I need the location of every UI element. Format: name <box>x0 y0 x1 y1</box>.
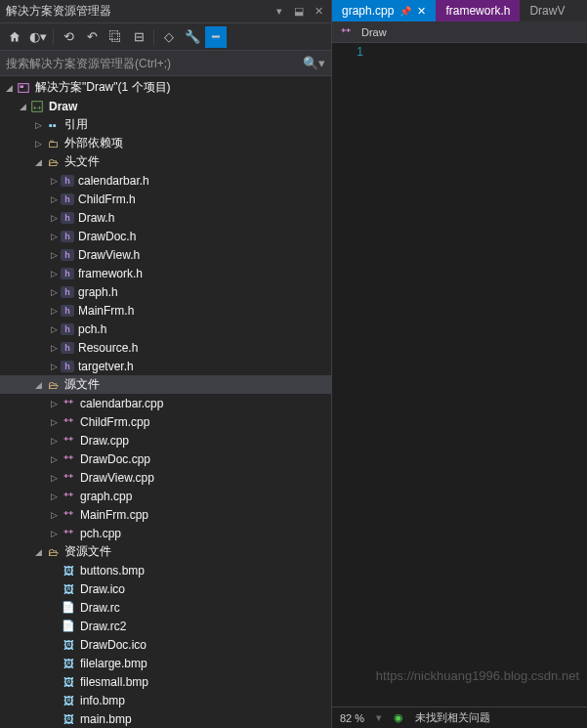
expander-icon[interactable] <box>47 564 61 578</box>
search-icon[interactable]: 🔍▾ <box>303 56 325 70</box>
expander-icon[interactable]: ▷ <box>47 267 61 280</box>
file-node[interactable]: ▷⁺⁺MainFrm.cpp <box>0 505 331 524</box>
wrench-active-icon[interactable]: ━ <box>205 26 227 48</box>
file-node[interactable]: ▷⁺⁺graph.cpp <box>0 487 331 505</box>
references-node[interactable]: ▷ ▪▪ 引用 <box>0 115 331 134</box>
back-icon[interactable]: ↶ <box>81 26 103 48</box>
sources-folder[interactable]: ◢ 🗁 源文件 <box>0 375 331 394</box>
file-node[interactable]: ▷hDrawView.h <box>0 245 331 264</box>
expander-icon[interactable]: ◢ <box>31 155 45 169</box>
file-icon: h <box>61 286 74 298</box>
expander-icon[interactable]: ◢ <box>16 100 29 113</box>
expander-icon[interactable]: ▷ <box>47 285 61 299</box>
expander-icon[interactable]: ▷ <box>47 211 61 225</box>
expander-icon[interactable]: ▷ <box>47 360 61 373</box>
solution-tree[interactable]: ◢ 解决方案"Draw"(1 个项目) ◢ ++ Draw ▷ ▪▪ 引用 ▷ … <box>0 76 331 728</box>
tab-framework-h[interactable]: framework.h <box>436 0 520 21</box>
file-node[interactable]: ▷hMainFrm.h <box>0 301 331 320</box>
pin-icon[interactable]: ⬓ <box>292 5 306 19</box>
tab-drawv[interactable]: DrawV <box>520 0 574 21</box>
close-icon[interactable]: ✕ <box>312 5 325 19</box>
code-editor[interactable]: 1 https://nickhuang1996.blog.csdn.net <box>332 43 587 707</box>
nav-bar[interactable]: ⁺⁺ Draw <box>332 21 587 43</box>
headers-folder[interactable]: ◢ 🗁 头文件 <box>0 152 331 171</box>
history-icon[interactable]: ◐▾ <box>27 26 49 48</box>
file-node[interactable]: ▷⁺⁺calendarbar.cpp <box>0 394 331 412</box>
file-node[interactable]: ▷⁺⁺DrawDoc.cpp <box>0 450 331 468</box>
expander-icon[interactable] <box>47 694 61 707</box>
expander-icon[interactable]: ▷ <box>47 527 61 540</box>
resources-folder[interactable]: ◢ 🗁 资源文件 <box>0 542 331 561</box>
expander-icon[interactable] <box>47 638 61 652</box>
expander-icon[interactable]: ▷ <box>47 341 61 355</box>
close-icon[interactable]: ✕ <box>417 5 426 18</box>
file-node[interactable]: 🖼main.bmp <box>0 709 331 728</box>
file-node[interactable]: 📄Draw.rc2 <box>0 617 331 635</box>
expander-icon[interactable]: ▷ <box>31 137 45 150</box>
project-node[interactable]: ◢ ++ Draw <box>0 97 331 115</box>
file-node[interactable]: 🖼DrawDoc.ico <box>0 635 331 654</box>
properties-icon[interactable]: 🔧 <box>182 26 203 48</box>
expander-icon[interactable]: ▷ <box>47 508 61 522</box>
expander-icon[interactable]: ▷ <box>47 434 61 448</box>
expander-icon[interactable] <box>47 712 61 726</box>
file-node[interactable]: ▷⁺⁺Draw.cpp <box>0 431 331 450</box>
expander-icon[interactable] <box>47 657 61 670</box>
file-label: Draw.rc2 <box>80 620 126 633</box>
expander-icon[interactable]: ▷ <box>47 304 61 318</box>
expander-icon[interactable]: ◢ <box>31 545 45 559</box>
showall-icon[interactable]: ⿻ <box>105 26 126 48</box>
tab-graph-cpp[interactable]: graph.cpp 📌 ✕ <box>332 0 436 21</box>
expander-icon[interactable]: ◢ <box>2 81 16 95</box>
expander-icon[interactable]: ▷ <box>47 471 61 485</box>
expander-icon[interactable] <box>47 582 61 596</box>
home-icon[interactable] <box>4 26 25 48</box>
expander-icon[interactable]: ▷ <box>47 322 61 336</box>
expander-icon[interactable]: ◢ <box>31 378 45 392</box>
expander-icon[interactable] <box>47 601 61 615</box>
issues-text[interactable]: 未找到相关问题 <box>415 710 490 725</box>
preview-icon[interactable]: ◇ <box>158 26 180 48</box>
file-node[interactable]: 🖼buttons.bmp <box>0 561 331 579</box>
zoom-level[interactable]: 82 % <box>340 712 364 724</box>
expander-icon[interactable]: ▷ <box>47 397 61 410</box>
solution-node[interactable]: ◢ 解决方案"Draw"(1 个项目) <box>0 78 331 97</box>
file-node[interactable]: 🖼Draw.ico <box>0 579 331 598</box>
collapse-icon[interactable]: ⊟ <box>128 26 149 48</box>
file-label: DrawDoc.cpp <box>80 452 150 466</box>
code-area[interactable] <box>371 43 587 707</box>
file-node[interactable]: ▷hChildFrm.h <box>0 190 331 208</box>
file-node[interactable]: ▷hDrawDoc.h <box>0 227 331 245</box>
dropdown-icon[interactable]: ▾ <box>273 5 286 19</box>
file-label: framework.h <box>78 267 143 280</box>
file-node[interactable]: ▷hcalendarbar.h <box>0 171 331 190</box>
file-node[interactable]: ▷hDraw.h <box>0 208 331 227</box>
file-node[interactable]: ▷htargetver.h <box>0 357 331 375</box>
file-node[interactable]: ▷⁺⁺pch.cpp <box>0 524 331 542</box>
pin-icon[interactable]: 📌 <box>399 6 411 17</box>
file-node[interactable]: 🖼filelarge.bmp <box>0 654 331 672</box>
expander-icon[interactable]: ▷ <box>47 230 61 243</box>
file-node[interactable]: ▷hgraph.h <box>0 282 331 301</box>
expander-icon[interactable] <box>47 675 61 689</box>
expander-icon[interactable]: ▷ <box>47 490 61 503</box>
expander-icon[interactable] <box>47 620 61 633</box>
file-node[interactable]: 🖼filesmall.bmp <box>0 672 331 691</box>
expander-icon[interactable]: ▷ <box>47 452 61 466</box>
external-deps-node[interactable]: ▷ 🗀 外部依赖项 <box>0 134 331 152</box>
sync-icon[interactable]: ⟲ <box>58 26 79 48</box>
expander-icon[interactable]: ▷ <box>47 415 61 429</box>
file-node[interactable]: 📄Draw.rc <box>0 598 331 617</box>
search-input[interactable] <box>6 57 303 70</box>
expander-icon[interactable]: ▷ <box>47 248 61 262</box>
file-node[interactable]: ▷hResource.h <box>0 338 331 357</box>
expander-icon[interactable]: ▷ <box>31 118 45 132</box>
file-node[interactable]: ▷⁺⁺ChildFrm.cpp <box>0 412 331 431</box>
file-node[interactable]: ▷⁺⁺DrawView.cpp <box>0 468 331 487</box>
expander-icon[interactable]: ▷ <box>47 193 61 206</box>
file-node[interactable]: ▷hpch.h <box>0 320 331 338</box>
file-node[interactable]: 🖼info.bmp <box>0 691 331 709</box>
expander-icon[interactable]: ▷ <box>47 174 61 188</box>
editor-tabs: graph.cpp 📌 ✕ framework.h DrawV <box>332 0 587 21</box>
file-node[interactable]: ▷hframework.h <box>0 264 331 282</box>
